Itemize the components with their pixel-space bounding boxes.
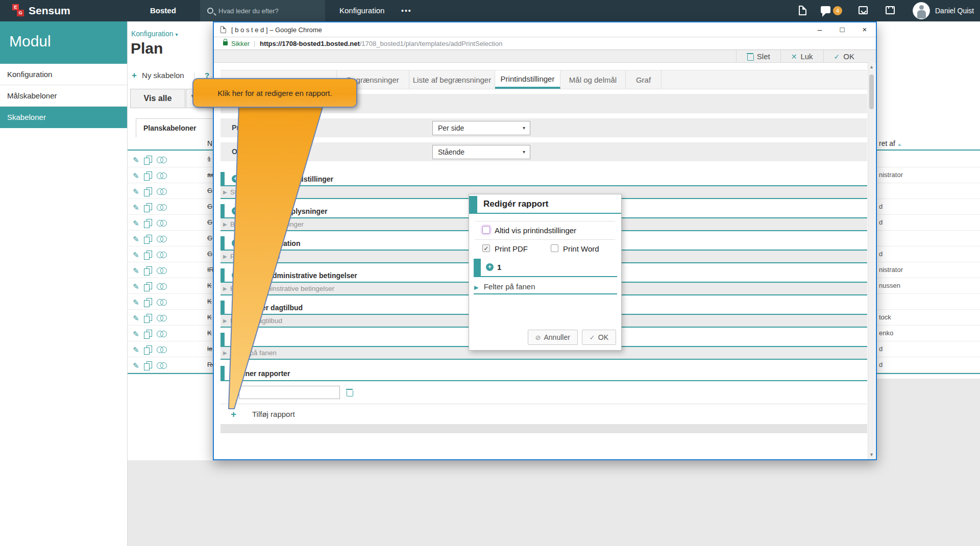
- edit-report-icon[interactable]: ✎: [230, 388, 236, 395]
- template-name-fragment[interactable]: K: [207, 313, 212, 321]
- report-name-input[interactable]: [239, 386, 340, 399]
- new-template-button[interactable]: Ny skabelon: [142, 71, 184, 80]
- edit-icon[interactable]: ✎: [133, 235, 139, 243]
- cancel-button[interactable]: ⊘Annuller: [528, 330, 578, 345]
- messages-icon[interactable]: [821, 6, 831, 16]
- edit-icon[interactable]: ✎: [133, 314, 139, 322]
- edit-icon[interactable]: ✎: [133, 283, 139, 290]
- copy-icon[interactable]: [144, 251, 152, 259]
- column-header-name[interactable]: N: [207, 139, 212, 147]
- delete-button[interactable]: Slet: [736, 50, 780, 63]
- copy-icon[interactable]: [144, 345, 152, 354]
- copy-icon[interactable]: [144, 282, 152, 291]
- template-name-fragment[interactable]: G: [207, 234, 212, 242]
- always-show-checkbox[interactable]: [482, 226, 490, 234]
- filter-button-all[interactable]: Vis alle: [130, 89, 185, 108]
- search-input[interactable]: [218, 7, 315, 15]
- section-header[interactable]: + Standard printindstillinger: [220, 172, 867, 186]
- edit-icon[interactable]: ✎: [133, 204, 139, 211]
- window-titlebar[interactable]: [ b o s t e d ] – Google Chrome – □ ×: [214, 22, 876, 37]
- expand-plus-icon[interactable]: +: [232, 207, 239, 215]
- close-button[interactable]: ×: [853, 22, 876, 37]
- scroll-down-arrow[interactable]: ▼: [868, 452, 875, 457]
- always-show-label[interactable]: Altid vis printindstillinger: [495, 226, 576, 235]
- delete-report-icon[interactable]: [346, 388, 353, 396]
- close-page-button[interactable]: ✕Luk: [780, 50, 823, 63]
- copy-icon[interactable]: [144, 156, 152, 164]
- print-pdf-label[interactable]: Print PDF: [495, 244, 528, 253]
- orientering-select[interactable]: Stående ▾: [432, 145, 530, 159]
- printtype-select[interactable]: Per side ▾: [432, 121, 530, 135]
- copy-icon[interactable]: [144, 361, 152, 370]
- tab-printindstillinger[interactable]: Printindstillinger: [495, 70, 560, 89]
- edit-icon[interactable]: ✎: [133, 156, 139, 164]
- copy-icon[interactable]: [144, 266, 152, 275]
- sidebar-item-konfiguration[interactable]: Konfiguration: [0, 64, 127, 85]
- copy-icon[interactable]: [144, 298, 152, 307]
- nav-item-konfiguration[interactable]: Konfiguration: [339, 0, 384, 21]
- edit-icon[interactable]: ✎: [133, 267, 139, 275]
- template-name-fragment[interactable]: K: [207, 329, 212, 337]
- copy-icon[interactable]: [144, 330, 152, 338]
- edit-icon[interactable]: ✎: [133, 346, 139, 354]
- tab-graf[interactable]: Graf: [626, 70, 662, 89]
- breadcrumb[interactable]: Konfiguration ▾: [131, 30, 178, 38]
- print-word-label[interactable]: Print Word: [563, 244, 599, 253]
- tab-liste-af-begraensninger[interactable]: Liste af begrænsninger: [409, 70, 495, 89]
- expand-plus-icon[interactable]: +: [232, 175, 239, 183]
- window-scrollbar[interactable]: ▲ ▼: [868, 62, 875, 459]
- clone-icon[interactable]: [157, 315, 167, 322]
- documents-icon[interactable]: [799, 6, 809, 16]
- clone-icon[interactable]: [157, 204, 167, 211]
- clone-icon[interactable]: [157, 157, 167, 164]
- print-word-checkbox[interactable]: [551, 244, 558, 252]
- calendar-icon[interactable]: [886, 5, 896, 15]
- edit-icon[interactable]: ✎: [133, 362, 139, 369]
- scrollbar-thumb[interactable]: [869, 75, 874, 109]
- clone-icon[interactable]: [157, 188, 167, 195]
- print-pdf-checkbox[interactable]: ✓: [482, 244, 490, 252]
- clone-icon[interactable]: [157, 299, 167, 306]
- expand-plus-icon[interactable]: +: [232, 336, 239, 343]
- template-name-fragment[interactable]: G: [207, 250, 212, 258]
- add-report-row[interactable]: + Tilføj rapport: [220, 404, 867, 424]
- sidebar-item-malskabeloner[interactable]: Målskabeloner: [0, 85, 127, 107]
- column-header-changed-by[interactable]: ret af ▲: [879, 139, 902, 147]
- copy-icon[interactable]: [144, 187, 152, 196]
- expand-plus-icon[interactable]: +: [232, 239, 239, 247]
- clone-icon[interactable]: [157, 331, 167, 338]
- ok-button[interactable]: ✓OK: [582, 330, 616, 345]
- template-name-fragment[interactable]: G: [207, 218, 212, 226]
- tab-mal-og-delmal[interactable]: Mål og delmål: [560, 70, 626, 89]
- expand-plus-icon[interactable]: +: [486, 263, 494, 271]
- edit-icon[interactable]: ✎: [133, 330, 139, 338]
- edit-icon[interactable]: ✎: [133, 251, 139, 259]
- clone-icon[interactable]: [157, 283, 167, 290]
- tab-planskabeloner[interactable]: Planskabeloner: [136, 118, 215, 137]
- clone-icon[interactable]: [157, 172, 167, 180]
- copy-icon[interactable]: [144, 314, 152, 322]
- maximize-button[interactable]: □: [831, 22, 853, 37]
- template-name-fragment[interactable]: 1: [207, 155, 211, 163]
- copy-icon[interactable]: [144, 203, 152, 212]
- sidebar-item-skabeloner[interactable]: Skabeloner: [0, 107, 127, 128]
- fields-on-tab-link[interactable]: ▶ Felter på fanen: [474, 282, 535, 291]
- edit-icon[interactable]: ✎: [133, 219, 139, 227]
- clone-icon[interactable]: [157, 362, 167, 369]
- template-name-fragment[interactable]: G: [207, 187, 212, 194]
- minimize-button[interactable]: –: [808, 22, 831, 37]
- user-avatar[interactable]: [913, 2, 930, 19]
- copy-icon[interactable]: [144, 219, 152, 228]
- copy-icon[interactable]: [144, 235, 152, 243]
- template-name-fragment[interactable]: G: [207, 203, 212, 210]
- clone-icon[interactable]: [157, 267, 167, 275]
- copy-icon[interactable]: [144, 171, 152, 180]
- nav-item-bosted[interactable]: Bosted: [150, 0, 176, 21]
- template-name-fragment[interactable]: K: [207, 297, 212, 305]
- template-name-fragment[interactable]: K: [207, 282, 212, 289]
- address-bar[interactable]: Sikker | https://1708-bosted1.bosted.net…: [214, 37, 876, 50]
- clone-icon[interactable]: [157, 346, 167, 354]
- expand-plus-icon[interactable]: +: [232, 271, 239, 279]
- edit-icon[interactable]: ✎: [133, 188, 139, 195]
- clone-icon[interactable]: [157, 252, 167, 259]
